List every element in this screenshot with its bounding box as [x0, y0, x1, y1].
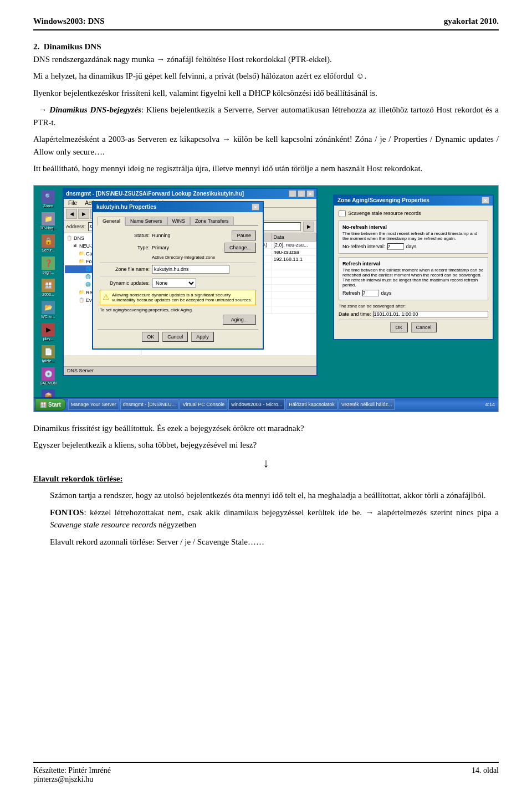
kukutyin-dialog-tabs: General Name Servers WINS Zone Transfers	[98, 217, 258, 226]
kukutyin-close-btn[interactable]: ×	[252, 203, 259, 211]
desktop-icon-falele[interactable]: 📄 falele...	[35, 345, 62, 363]
no-refresh-desc: The time between the most recent refresh…	[342, 231, 484, 241]
zonefile-label: Zone file name:	[100, 266, 150, 272]
separator1	[100, 262, 256, 263]
aging-cancel-btn[interactable]: Cancel	[411, 322, 437, 332]
desktop-icon-2003[interactable]: 🪟 2003...	[35, 279, 62, 296]
taskbar-manage[interactable]: Manage Your Server	[68, 399, 119, 410]
start-button[interactable]: 🪟 Start	[35, 398, 66, 411]
dynamic-label: Dynamic updates:	[100, 280, 150, 286]
desktop-icon-zoom[interactable]: 🔍 Zoom	[35, 190, 62, 208]
tab-wins[interactable]: WINS	[167, 217, 191, 225]
start-label: Start	[48, 402, 61, 408]
dynamic-select[interactable]: None Nonsecure and secure Secure only	[152, 279, 196, 288]
status-label: Status:	[100, 233, 150, 238]
taskbar-vpc[interactable]: Virtual PC Console	[180, 399, 227, 410]
aging-dialog-title: Zone Aging/Scavenging Properties	[337, 197, 429, 203]
date-row: Date and time:	[339, 311, 488, 317]
tab-nameservers[interactable]: Name Servers	[125, 217, 167, 225]
para1: DNS rendszergazdának nagy munka → zónafá…	[33, 55, 332, 64]
refresh-input[interactable]	[362, 290, 379, 296]
footer: Készítette: Pintér Imréné pinterzs@njszk…	[33, 762, 499, 784]
down-arrow: ↓	[33, 456, 499, 470]
scavenge-after-label: The zone can be scavenged after:	[339, 304, 488, 309]
menu-file[interactable]: File	[66, 199, 79, 207]
type-label: Type:	[100, 245, 150, 250]
desktop-icon-secur[interactable]: 🔒 Secur...	[35, 234, 62, 252]
desktop-icon-daemon[interactable]: 💿 DAEMON	[35, 367, 62, 385]
refresh-unit: days	[381, 290, 392, 296]
elavult-indent: Számon tartja a rendszer, hogy az utolsó…	[50, 489, 499, 548]
status-value: Running	[152, 233, 229, 238]
aging-ok-btn[interactable]: OK	[390, 322, 407, 332]
kukutyin-form: Status: Running Pause Type: Primary Chan…	[98, 228, 258, 329]
toolbar-back[interactable]: ◀	[66, 209, 77, 219]
win-desktop: 🔍 Zoom 📁 3R-Nag... 🔒 Secur... ❓ segit...…	[34, 186, 498, 412]
aging-close-btn[interactable]: ×	[482, 197, 489, 204]
section-title-line: 2. Dinamikus DNS DNS rendszergazdának na…	[33, 40, 499, 65]
desktop-icon-segit[interactable]: ❓ segit...	[35, 257, 62, 274]
section-number: 2.	[33, 42, 39, 51]
elavult-title: Elavult rekordok törlése:	[33, 474, 122, 483]
mmc-minimize-btn[interactable]: _	[289, 190, 296, 197]
address-go[interactable]: ▶	[303, 222, 314, 232]
no-refresh-section: No-refresh interval The time between the…	[339, 220, 488, 254]
kukutyin-ok-btn[interactable]: OK	[142, 332, 159, 342]
kukutyin-cancel-btn[interactable]: Cancel	[162, 332, 188, 342]
elavult-para3: Elavult rekord azonnali törlése: Server …	[50, 536, 499, 548]
after-screenshot-para2: Egyszer bejelentkezik a kliens, soha töb…	[33, 439, 499, 452]
kukutyin-apply-btn[interactable]: Apply	[191, 332, 214, 342]
kukutyin-dialog-content: General Name Servers WINS Zone Transfers…	[93, 212, 263, 348]
adintegrated-value: Active Directory-Integrated zone	[152, 255, 256, 260]
pause-btn[interactable]: Pause	[232, 230, 256, 240]
scavenge-label: Scavenge stale resource records	[348, 211, 421, 216]
mmc-title-buttons: _ □ ×	[289, 190, 314, 197]
taskbar-win2003[interactable]: windows2003 - Micro...	[228, 399, 285, 410]
page: Windows2003: DNS gyakorlat 2010. 2. Dina…	[0, 0, 532, 795]
para6: Itt beállítható, hogy mennyi ideig ne re…	[33, 162, 499, 175]
desktop-icon-play[interactable]: ▶ play...	[35, 323, 62, 341]
section-2: 2. Dinamikus DNS DNS rendszergazdának na…	[33, 40, 499, 175]
footer-page: 14. oldal	[472, 766, 499, 775]
desktop-icon-wc[interactable]: 📂 WC-m...	[35, 301, 62, 319]
no-refresh-input[interactable]	[387, 243, 404, 250]
taskbar-network[interactable]: Hálózati kapcsolatok	[286, 399, 337, 410]
refresh-desc: The time between the earliest moment whe…	[342, 268, 484, 288]
section-title: Dinamikus DNS	[44, 42, 101, 51]
taskbar-wireless[interactable]: Vezeték nélküli hálóz...	[339, 399, 395, 410]
toolbar-forward[interactable]: ▶	[78, 209, 89, 219]
no-refresh-input-row: No-refresh interval: days	[342, 243, 484, 250]
aging-dialog-content: Scavenge stale resource records No-refre…	[334, 206, 493, 339]
elavult-para1: Számon tartja a rendszer, hogy az utolsó…	[50, 489, 499, 502]
col-data: Data	[272, 233, 316, 241]
taskbar-dnsmgmt[interactable]: dnsmgmt - [DNS\NEU...	[120, 399, 179, 410]
no-refresh-input-label: No-refresh interval:	[342, 244, 385, 249]
header-left: Windows2003: DNS	[33, 17, 105, 26]
header: Windows2003: DNS gyakorlat 2010.	[33, 17, 499, 30]
para3: Ilyenkor bejelentkezéskor frissíteni kel…	[33, 87, 499, 100]
win-taskbar: 🪟 Start Manage Your Server dnsmgmt - [DN…	[34, 397, 498, 412]
aging-dialog-footer: OK Cancel	[339, 320, 488, 335]
kukutyin-dialog-title: kukutyin.hu Properties	[96, 204, 156, 210]
tab-general[interactable]: General	[98, 217, 125, 226]
mmc-maximize-btn[interactable]: □	[298, 190, 305, 197]
after-screenshot-para1: Dinamikus frissítést így beállítottuk. É…	[33, 422, 499, 435]
form-adintegrated-row: Active Directory-Integrated zone	[100, 255, 256, 260]
desktop-icon-3rag[interactable]: 📁 3R-Nag...	[35, 212, 62, 230]
elavult-para2: FONTOS: kézzel létrehozottakat nem, csak…	[50, 506, 499, 531]
mmc-close-btn[interactable]: ×	[306, 190, 314, 197]
zonefile-input[interactable]	[152, 265, 229, 274]
taskbar-items: Manage Your Server dnsmgmt - [DNS\NEU...…	[68, 399, 482, 410]
mmc-statusbar: DNS Server	[64, 366, 316, 375]
scavenge-checkbox[interactable]	[339, 210, 346, 217]
aging-btn[interactable]: Aging...	[223, 315, 256, 325]
tab-zonetransfers[interactable]: Zone Transfers	[190, 217, 234, 225]
type-value: Primary	[152, 245, 222, 250]
change-btn[interactable]: Change...	[224, 243, 256, 253]
form-zonefile-row: Zone file name:	[100, 265, 256, 274]
elavult-title-para: Elavult rekordok törlése:	[33, 473, 499, 485]
desktop-icons: 🔍 Zoom 📁 3R-Nag... 🔒 Secur... ❓ segit...…	[34, 186, 63, 396]
aging-btn-container: Aging...	[100, 315, 256, 325]
refresh-section: Refresh interval The time between the ea…	[339, 257, 488, 300]
date-input[interactable]	[374, 311, 488, 317]
